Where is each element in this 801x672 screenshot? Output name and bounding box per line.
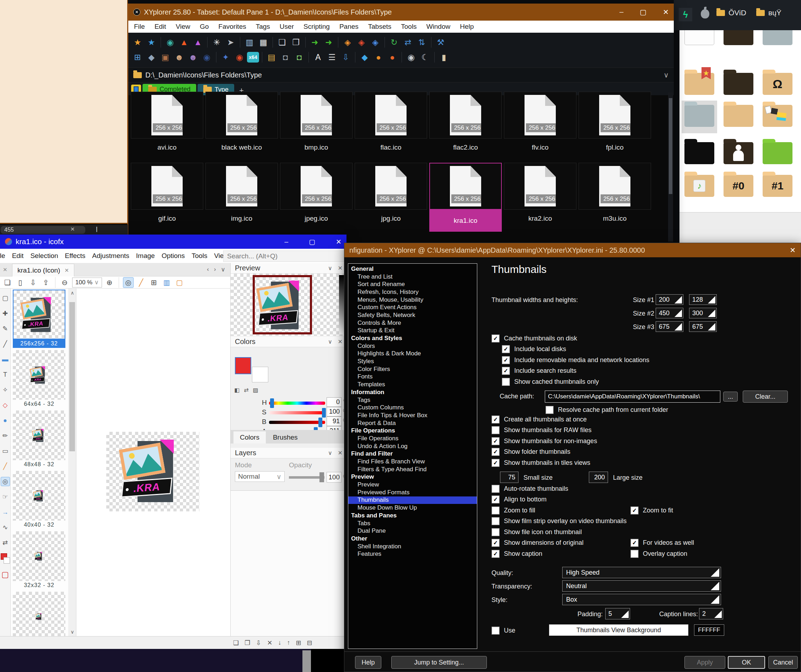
collapse-icon[interactable]: ∨ bbox=[328, 450, 332, 456]
menu-tools[interactable]: Tools bbox=[191, 252, 207, 260]
ruler-icon[interactable]: ╱ bbox=[136, 277, 146, 288]
menu-panes[interactable]: Panes bbox=[339, 23, 359, 31]
menu-edit[interactable]: Edit bbox=[154, 23, 166, 31]
bag-icon[interactable]: ◘ bbox=[279, 51, 292, 64]
opacity-slider-handle[interactable] bbox=[320, 472, 324, 482]
B-value-input[interactable]: 91 bbox=[327, 416, 341, 426]
apply-button[interactable]: Apply bbox=[684, 656, 725, 669]
minimize-button[interactable]: – bbox=[619, 8, 623, 16]
swap-colors-icon[interactable]: ⇄ bbox=[244, 387, 248, 393]
status-tool-icon[interactable]: ↑ bbox=[287, 639, 290, 646]
file-tile[interactable]: 256 x 256 avi.ico bbox=[131, 92, 203, 156]
S-value-input[interactable]: 100 bbox=[327, 407, 341, 416]
status-tool-icon[interactable]: ❐ bbox=[244, 639, 250, 647]
checkbox[interactable] bbox=[492, 507, 499, 514]
style-select[interactable]: Box bbox=[562, 594, 721, 605]
zoom-tool-icon[interactable]: ◎ bbox=[1, 477, 10, 486]
opacity-value[interactable]: 100 bbox=[327, 472, 341, 482]
menu-file[interactable]: File bbox=[134, 23, 145, 31]
close-icon[interactable]: ✕ bbox=[338, 338, 343, 345]
address-dropdown-icon[interactable]: ∨ bbox=[663, 71, 669, 79]
checkbox[interactable]: ✓ bbox=[492, 550, 499, 558]
status-tool-icon[interactable]: ❏ bbox=[233, 639, 239, 647]
checkbox[interactable]: ✓ bbox=[502, 367, 510, 375]
export-icon[interactable]: ⇪ bbox=[40, 277, 51, 288]
zoom-in-icon[interactable]: ⊕ bbox=[104, 277, 115, 288]
slider-handle[interactable] bbox=[322, 408, 326, 418]
rect-tool-icon[interactable]: ▬ bbox=[1, 355, 10, 364]
menu-effects[interactable]: Effects bbox=[65, 252, 86, 260]
file-tile[interactable]: 256 x 256 kra1.ico bbox=[429, 163, 502, 232]
sort-lines-icon[interactable]: ☰ bbox=[325, 51, 338, 64]
folder-icon-option[interactable]: ♪ bbox=[684, 175, 714, 197]
small-size-input[interactable]: 75 bbox=[500, 471, 518, 483]
new-icon[interactable]: ❏ bbox=[2, 277, 13, 288]
bear-icon[interactable]: ☻ bbox=[187, 51, 199, 64]
menu-view[interactable]: View bbox=[175, 23, 190, 31]
folder-icon-option[interactable] bbox=[724, 73, 753, 95]
nav-next-icon[interactable]: › bbox=[214, 266, 216, 273]
tag-blue-icon[interactable]: ◈ bbox=[369, 36, 382, 49]
checkbox[interactable]: ✓ bbox=[492, 448, 499, 456]
checkbox[interactable]: ✓ bbox=[492, 459, 499, 466]
map-pin-icon[interactable]: ◉ bbox=[164, 36, 177, 49]
default-colors-icon[interactable]: ◧ bbox=[234, 387, 240, 393]
person-icon[interactable]: ☻ bbox=[173, 51, 185, 64]
cancel-button[interactable]: Cancel bbox=[768, 656, 798, 669]
menu-file[interactable]: File bbox=[0, 252, 5, 260]
tree-item-tabs[interactable]: Tabs bbox=[348, 519, 477, 527]
folder-icon-option[interactable]: #1 bbox=[762, 175, 793, 197]
checkbox[interactable]: ✓ bbox=[492, 335, 499, 342]
tab-menu-icon[interactable]: ∨ bbox=[221, 266, 225, 273]
checkbox[interactable] bbox=[492, 529, 499, 536]
width-input[interactable]: 450 bbox=[656, 308, 684, 318]
folder-icon-option[interactable] bbox=[724, 30, 753, 45]
folder-icon-option[interactable]: #0 bbox=[724, 175, 753, 197]
height-input[interactable]: 300 bbox=[689, 308, 717, 318]
folder-icon-option[interactable] bbox=[724, 142, 753, 164]
menu-tags[interactable]: Tags bbox=[256, 23, 270, 31]
drop-icon[interactable]: ● bbox=[1, 416, 10, 425]
transparency-select[interactable]: Neutral bbox=[562, 580, 721, 592]
tree-item-controls-more[interactable]: Controls & More bbox=[348, 319, 477, 327]
tree-item-report-data[interactable]: Report & Data bbox=[348, 420, 477, 427]
menu-options[interactable]: Options bbox=[162, 252, 185, 260]
folder-icon-option[interactable]: ★ bbox=[684, 73, 714, 95]
menu-adjustments[interactable]: Adjustments bbox=[92, 252, 129, 260]
picker-icon[interactable]: ✏ bbox=[1, 431, 10, 440]
icon-size-item[interactable]: .KRA 64x64 - 32 bbox=[13, 350, 65, 408]
folder-icon-option[interactable] bbox=[762, 142, 793, 164]
folder-icon-option[interactable] bbox=[762, 105, 793, 127]
preview-panel-header[interactable]: Preview ∨✕ bbox=[231, 263, 347, 273]
status-tool-icon[interactable]: ⊟ bbox=[307, 639, 312, 647]
size-list-scrollbar[interactable]: ∧∨ bbox=[68, 289, 76, 636]
checkbox[interactable]: ✓ bbox=[492, 496, 499, 503]
close-tab-icon[interactable]: ✕ bbox=[64, 267, 69, 273]
menu-tabsets[interactable]: Tabsets bbox=[368, 23, 391, 31]
folder-icon-option[interactable] bbox=[684, 30, 714, 45]
moon-icon[interactable]: ☾ bbox=[419, 51, 431, 64]
clear-button[interactable]: Clear... bbox=[743, 391, 788, 403]
caption-lines-input[interactable]: 2 bbox=[699, 608, 723, 619]
copy-doc2-icon[interactable]: ❐ bbox=[290, 36, 302, 49]
x64-badge-icon[interactable]: x64 bbox=[247, 52, 259, 63]
deviantart-logo-icon[interactable]: ϟ bbox=[679, 8, 692, 21]
tree-item-file-operations[interactable]: File Operations bbox=[348, 435, 477, 442]
folder-icon-option[interactable] bbox=[724, 105, 753, 127]
gem-icon[interactable]: ◆ bbox=[358, 51, 371, 64]
panel-tab-colors[interactable]: Colors bbox=[233, 431, 266, 444]
transparent-color-icon[interactable]: ▨ bbox=[253, 387, 258, 393]
checkbox[interactable] bbox=[492, 627, 499, 634]
tree-item-refresh-icons-history[interactable]: Refresh, Icons, History bbox=[348, 288, 477, 296]
checkbox[interactable]: ✓ bbox=[502, 357, 510, 364]
grid-icon[interactable]: ⊞ bbox=[148, 277, 159, 288]
folder-icon[interactable]: ▤ bbox=[265, 51, 278, 64]
opacity-slider[interactable] bbox=[289, 476, 325, 479]
checkbox[interactable] bbox=[492, 518, 499, 525]
address-bar[interactable]: D:\_Damien\Icons\Files Folders\Type ∨ bbox=[128, 68, 674, 82]
maximize-button[interactable]: ▢ bbox=[309, 238, 315, 246]
zoom-out-icon[interactable]: ⊖ bbox=[60, 277, 70, 288]
file-tile[interactable]: 256 x 256 jpeg.ico bbox=[280, 163, 352, 232]
tiles-view-icon[interactable]: ▦ bbox=[257, 36, 270, 49]
file-tile[interactable]: 256 x 256 m3u.ico bbox=[579, 163, 651, 232]
